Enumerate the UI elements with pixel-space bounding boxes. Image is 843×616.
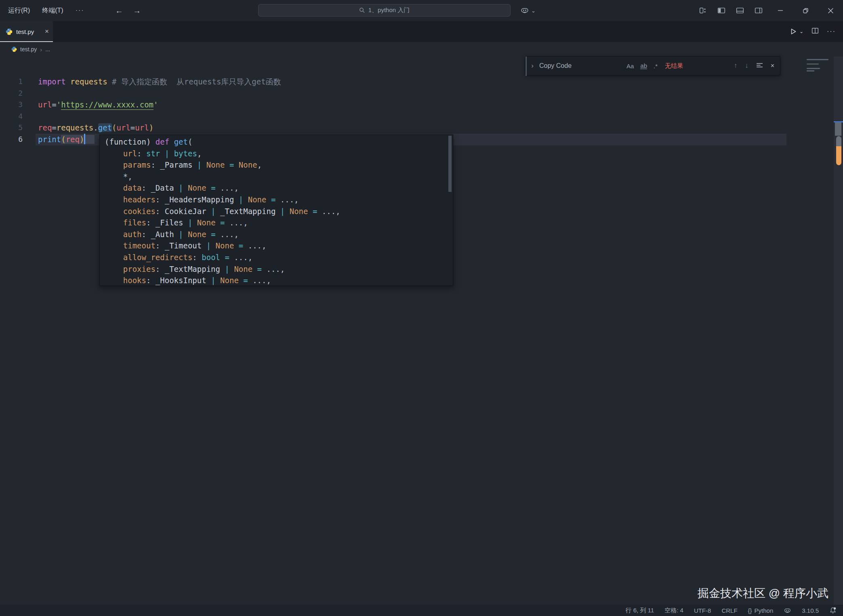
indentation-status[interactable]: 空格: 4 xyxy=(659,605,689,616)
code-token: None xyxy=(188,230,206,239)
whole-word-button[interactable]: ab xyxy=(640,63,647,69)
code-token: timeout xyxy=(123,241,156,250)
line-number[interactable]: 4 xyxy=(0,111,23,122)
line-number[interactable]: 2 xyxy=(0,88,23,99)
code-token: , xyxy=(257,160,262,169)
copilot-icon xyxy=(784,607,791,614)
regex-button[interactable]: .* xyxy=(654,63,658,69)
previous-match-button[interactable]: ↑ xyxy=(734,62,738,70)
signature-hover-popup[interactable]: (function) def get( url: str | bytes, pa… xyxy=(99,135,453,286)
code-token: ..., xyxy=(262,265,285,273)
copilot-status-button[interactable] xyxy=(778,605,797,616)
breadcrumb-file[interactable]: test.py xyxy=(20,46,37,53)
code-token: import xyxy=(38,77,66,86)
language-label: Python xyxy=(755,607,774,614)
toggle-replace-chevron-icon[interactable]: › xyxy=(526,62,539,70)
scrollbar-thumb[interactable] xyxy=(835,122,841,136)
code-token: data xyxy=(123,183,142,192)
copilot-menu[interactable]: ⌄ xyxy=(520,0,536,21)
line-number[interactable]: 5 xyxy=(0,122,23,134)
breadcrumb-symbol[interactable]: ... xyxy=(45,46,50,53)
code-token xyxy=(211,241,215,250)
code-token: ( xyxy=(188,137,192,146)
history-nav: ← → xyxy=(115,0,141,21)
watermark-text: 掘金技术社区 @ 程序小武 xyxy=(698,586,828,601)
menu-run[interactable]: 运行(R) xyxy=(8,6,30,15)
toggle-primary-sidebar-button[interactable] xyxy=(712,0,731,21)
code-token: def xyxy=(156,137,169,146)
forward-icon[interactable]: → xyxy=(133,6,141,15)
notifications-button[interactable] xyxy=(824,605,843,616)
toggle-panel-button[interactable] xyxy=(731,0,749,21)
code-token xyxy=(105,265,123,273)
code-token: ..., xyxy=(248,276,271,285)
search-icon xyxy=(359,7,365,13)
find-nav-buttons: ↑ ↓ × xyxy=(734,62,780,70)
code-token xyxy=(234,195,238,204)
vscode-window: 运行(R) 终端(T) ··· ← → 1、python 入门 ⌄ xyxy=(0,0,843,616)
language-mode-status[interactable]: {} Python xyxy=(743,605,779,616)
more-actions-button[interactable]: ··· xyxy=(827,28,836,35)
code-line: (function) def get( xyxy=(105,136,453,148)
code-token xyxy=(239,276,243,285)
code-token xyxy=(220,253,225,262)
next-match-button[interactable]: ↓ xyxy=(745,62,748,70)
code-token xyxy=(107,77,112,86)
customize-layout-button[interactable] xyxy=(694,0,712,21)
split-editor-button[interactable] xyxy=(811,27,819,36)
command-center-search[interactable]: 1、python 入门 xyxy=(258,4,511,17)
code-token: = xyxy=(52,100,56,109)
tab-testpy[interactable]: test.py × xyxy=(0,21,53,42)
code-token: = xyxy=(211,230,215,239)
code-token: ) xyxy=(80,135,84,144)
popup-scrollbar-thumb[interactable] xyxy=(448,136,452,192)
back-icon[interactable]: ← xyxy=(115,6,123,15)
minimize-button[interactable] xyxy=(768,0,793,21)
find-widget-sash[interactable] xyxy=(526,57,527,76)
close-find-widget-button[interactable]: × xyxy=(771,62,774,69)
restore-button[interactable] xyxy=(793,0,818,21)
eol-status[interactable]: CRLF xyxy=(716,605,742,616)
chevron-right-icon: › xyxy=(40,46,42,53)
cursor-position-status[interactable]: 行 6, 列 11 xyxy=(620,605,660,616)
code-token: req xyxy=(38,123,52,132)
code-token xyxy=(85,135,95,144)
code-token: | xyxy=(188,218,192,227)
code-token: ( xyxy=(112,123,116,132)
code-line: url='https://www.xxxx.com' xyxy=(38,99,281,111)
code-token xyxy=(192,218,197,227)
line-number[interactable]: 6 xyxy=(0,134,23,145)
menu-overflow[interactable]: ··· xyxy=(76,7,84,14)
code-token: : xyxy=(142,230,151,239)
line-number[interactable]: 1 xyxy=(0,76,23,88)
code-token: ' xyxy=(57,100,61,109)
code-token: None xyxy=(206,160,225,169)
code-token xyxy=(105,207,123,216)
minimap[interactable] xyxy=(807,59,828,60)
tab-close-icon[interactable]: × xyxy=(45,27,49,36)
find-in-selection-button[interactable] xyxy=(756,62,763,70)
code-token: None xyxy=(234,265,252,273)
code-line: cookies: CookieJar | _TextMapping | None… xyxy=(105,206,453,217)
match-case-button[interactable]: Aa xyxy=(626,63,634,69)
code-token xyxy=(105,149,123,158)
python-version-status[interactable]: 3.10.5 xyxy=(797,605,824,616)
code-token xyxy=(66,77,70,86)
code-token: _HooksInput xyxy=(156,276,206,285)
tab-label: test.py xyxy=(16,28,34,35)
menu-terminal[interactable]: 终端(T) xyxy=(42,6,63,15)
run-python-file-button[interactable]: ⌄ xyxy=(790,28,803,35)
encoding-status[interactable]: UTF-8 xyxy=(689,605,717,616)
code-token: _TextMapping xyxy=(165,265,220,273)
code-token xyxy=(206,276,211,285)
python-icon xyxy=(6,28,13,35)
line-number[interactable]: 3 xyxy=(0,99,23,111)
line-number-gutter[interactable]: 123456 xyxy=(0,76,23,145)
code-token xyxy=(234,241,238,250)
code-token: CookieJar xyxy=(165,207,206,216)
find-input[interactable]: Copy Code xyxy=(539,62,604,69)
code-token xyxy=(160,149,164,158)
toggle-secondary-sidebar-button[interactable] xyxy=(749,0,768,21)
close-window-button[interactable] xyxy=(818,0,843,21)
run-dropdown-chevron-icon[interactable]: ⌄ xyxy=(799,29,803,34)
